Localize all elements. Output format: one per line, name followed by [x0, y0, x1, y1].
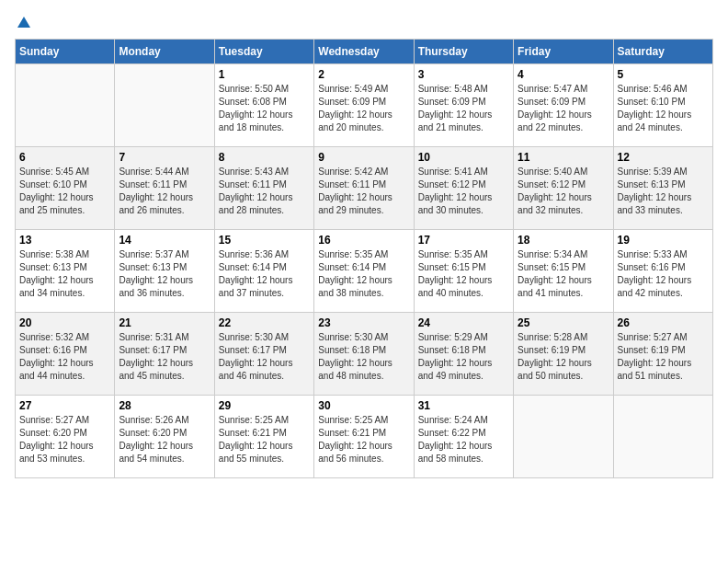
- logo: [15, 15, 33, 28]
- calendar-cell: 12Sunrise: 5:39 AM Sunset: 6:13 PM Dayli…: [613, 147, 712, 230]
- day-number: 20: [19, 316, 110, 329]
- calendar-cell: 13Sunrise: 5:38 AM Sunset: 6:13 PM Dayli…: [16, 230, 115, 313]
- day-info: Sunrise: 5:30 AM Sunset: 6:18 PM Dayligh…: [318, 331, 409, 383]
- day-number: 8: [219, 151, 310, 164]
- calendar-header-row: SundayMondayTuesdayWednesdayThursdayFrid…: [16, 40, 713, 64]
- day-info: Sunrise: 5:50 AM Sunset: 6:08 PM Dayligh…: [219, 83, 310, 134]
- day-info: Sunrise: 5:30 AM Sunset: 6:17 PM Dayligh…: [219, 331, 310, 383]
- day-info: Sunrise: 5:29 AM Sunset: 6:18 PM Dayligh…: [418, 331, 509, 383]
- day-info: Sunrise: 5:32 AM Sunset: 6:16 PM Dayligh…: [19, 331, 110, 383]
- day-info: Sunrise: 5:24 AM Sunset: 6:22 PM Dayligh…: [418, 414, 509, 465]
- calendar-cell: 26Sunrise: 5:27 AM Sunset: 6:19 PM Dayli…: [613, 313, 712, 396]
- day-header-wednesday: Wednesday: [314, 40, 414, 64]
- day-header-sunday: Sunday: [16, 40, 115, 64]
- calendar-cell: [613, 396, 712, 478]
- calendar-cell: [115, 64, 214, 147]
- day-number: 23: [318, 316, 409, 329]
- svg-marker-0: [17, 17, 30, 28]
- calendar-cell: 25Sunrise: 5:28 AM Sunset: 6:19 PM Dayli…: [514, 313, 613, 396]
- calendar-cell: 6Sunrise: 5:45 AM Sunset: 6:10 PM Daylig…: [16, 147, 115, 230]
- day-info: Sunrise: 5:45 AM Sunset: 6:10 PM Dayligh…: [19, 166, 110, 217]
- page-header: [15, 15, 713, 28]
- calendar-table: SundayMondayTuesdayWednesdayThursdayFrid…: [15, 39, 713, 478]
- day-info: Sunrise: 5:40 AM Sunset: 6:12 PM Dayligh…: [518, 166, 609, 217]
- calendar-cell: 23Sunrise: 5:30 AM Sunset: 6:18 PM Dayli…: [314, 313, 414, 396]
- calendar-cell: 19Sunrise: 5:33 AM Sunset: 6:16 PM Dayli…: [613, 230, 712, 313]
- day-info: Sunrise: 5:34 AM Sunset: 6:15 PM Dayligh…: [518, 248, 609, 300]
- day-number: 24: [418, 316, 509, 329]
- calendar-week-row: 1Sunrise: 5:50 AM Sunset: 6:08 PM Daylig…: [16, 64, 713, 147]
- day-number: 13: [19, 234, 110, 247]
- day-info: Sunrise: 5:35 AM Sunset: 6:14 PM Dayligh…: [318, 248, 409, 300]
- calendar-cell: 2Sunrise: 5:49 AM Sunset: 6:09 PM Daylig…: [314, 64, 414, 147]
- day-info: Sunrise: 5:27 AM Sunset: 6:19 PM Dayligh…: [618, 331, 709, 383]
- calendar-cell: 22Sunrise: 5:30 AM Sunset: 6:17 PM Dayli…: [214, 313, 313, 396]
- day-info: Sunrise: 5:31 AM Sunset: 6:17 PM Dayligh…: [119, 331, 210, 383]
- calendar-cell: 11Sunrise: 5:40 AM Sunset: 6:12 PM Dayli…: [514, 147, 613, 230]
- calendar-cell: 28Sunrise: 5:26 AM Sunset: 6:20 PM Dayli…: [115, 396, 214, 478]
- day-number: 9: [318, 151, 409, 164]
- day-info: Sunrise: 5:26 AM Sunset: 6:20 PM Dayligh…: [119, 414, 210, 465]
- day-number: 10: [418, 151, 509, 164]
- day-info: Sunrise: 5:47 AM Sunset: 6:09 PM Dayligh…: [518, 83, 609, 134]
- day-info: Sunrise: 5:25 AM Sunset: 6:21 PM Dayligh…: [318, 414, 409, 465]
- calendar-cell: 27Sunrise: 5:27 AM Sunset: 6:20 PM Dayli…: [16, 396, 115, 478]
- calendar-cell: [514, 396, 613, 478]
- day-info: Sunrise: 5:41 AM Sunset: 6:12 PM Dayligh…: [418, 166, 509, 217]
- day-header-tuesday: Tuesday: [214, 40, 313, 64]
- day-number: 28: [119, 399, 210, 412]
- calendar-cell: 18Sunrise: 5:34 AM Sunset: 6:15 PM Dayli…: [514, 230, 613, 313]
- day-number: 11: [518, 151, 609, 164]
- calendar-week-row: 6Sunrise: 5:45 AM Sunset: 6:10 PM Daylig…: [16, 147, 713, 230]
- day-number: 12: [618, 151, 709, 164]
- day-info: Sunrise: 5:46 AM Sunset: 6:10 PM Dayligh…: [618, 83, 709, 134]
- day-number: 5: [618, 68, 709, 81]
- calendar-cell: 4Sunrise: 5:47 AM Sunset: 6:09 PM Daylig…: [514, 64, 613, 147]
- day-number: 26: [618, 316, 709, 329]
- calendar-cell: 24Sunrise: 5:29 AM Sunset: 6:18 PM Dayli…: [414, 313, 513, 396]
- calendar-cell: 30Sunrise: 5:25 AM Sunset: 6:21 PM Dayli…: [314, 396, 414, 478]
- calendar-cell: 10Sunrise: 5:41 AM Sunset: 6:12 PM Dayli…: [414, 147, 513, 230]
- day-number: 14: [119, 234, 210, 247]
- day-number: 29: [219, 399, 310, 412]
- calendar-cell: 16Sunrise: 5:35 AM Sunset: 6:14 PM Dayli…: [314, 230, 414, 313]
- day-header-friday: Friday: [514, 40, 613, 64]
- day-number: 18: [518, 234, 609, 247]
- day-number: 31: [418, 399, 509, 412]
- day-header-monday: Monday: [115, 40, 214, 64]
- day-number: 4: [518, 68, 609, 81]
- day-header-thursday: Thursday: [414, 40, 513, 64]
- day-number: 21: [119, 316, 210, 329]
- day-info: Sunrise: 5:28 AM Sunset: 6:19 PM Dayligh…: [518, 331, 609, 383]
- day-number: 17: [418, 234, 509, 247]
- calendar-cell: [16, 64, 115, 147]
- calendar-cell: 3Sunrise: 5:48 AM Sunset: 6:09 PM Daylig…: [414, 64, 513, 147]
- calendar-cell: 17Sunrise: 5:35 AM Sunset: 6:15 PM Dayli…: [414, 230, 513, 313]
- calendar-cell: 7Sunrise: 5:44 AM Sunset: 6:11 PM Daylig…: [115, 147, 214, 230]
- calendar-cell: 31Sunrise: 5:24 AM Sunset: 6:22 PM Dayli…: [414, 396, 513, 478]
- calendar-week-row: 27Sunrise: 5:27 AM Sunset: 6:20 PM Dayli…: [16, 396, 713, 478]
- day-info: Sunrise: 5:25 AM Sunset: 6:21 PM Dayligh…: [219, 414, 310, 465]
- day-info: Sunrise: 5:49 AM Sunset: 6:09 PM Dayligh…: [318, 83, 409, 134]
- calendar-cell: 29Sunrise: 5:25 AM Sunset: 6:21 PM Dayli…: [214, 396, 313, 478]
- calendar-cell: 21Sunrise: 5:31 AM Sunset: 6:17 PM Dayli…: [115, 313, 214, 396]
- day-info: Sunrise: 5:42 AM Sunset: 6:11 PM Dayligh…: [318, 166, 409, 217]
- calendar-cell: 1Sunrise: 5:50 AM Sunset: 6:08 PM Daylig…: [214, 64, 313, 147]
- day-info: Sunrise: 5:33 AM Sunset: 6:16 PM Dayligh…: [618, 248, 709, 300]
- day-header-saturday: Saturday: [613, 40, 712, 64]
- day-info: Sunrise: 5:48 AM Sunset: 6:09 PM Dayligh…: [418, 83, 509, 134]
- day-number: 15: [219, 234, 310, 247]
- day-info: Sunrise: 5:36 AM Sunset: 6:14 PM Dayligh…: [219, 248, 310, 300]
- calendar-cell: 5Sunrise: 5:46 AM Sunset: 6:10 PM Daylig…: [613, 64, 712, 147]
- day-info: Sunrise: 5:37 AM Sunset: 6:13 PM Dayligh…: [119, 248, 210, 300]
- calendar-week-row: 13Sunrise: 5:38 AM Sunset: 6:13 PM Dayli…: [16, 230, 713, 313]
- day-number: 6: [19, 151, 110, 164]
- day-number: 27: [19, 399, 110, 412]
- day-info: Sunrise: 5:44 AM Sunset: 6:11 PM Dayligh…: [119, 166, 210, 217]
- day-info: Sunrise: 5:39 AM Sunset: 6:13 PM Dayligh…: [618, 166, 709, 217]
- day-info: Sunrise: 5:27 AM Sunset: 6:20 PM Dayligh…: [19, 414, 110, 465]
- calendar-cell: 8Sunrise: 5:43 AM Sunset: 6:11 PM Daylig…: [214, 147, 313, 230]
- day-number: 1: [219, 68, 310, 81]
- calendar-cell: 20Sunrise: 5:32 AM Sunset: 6:16 PM Dayli…: [16, 313, 115, 396]
- calendar-cell: 9Sunrise: 5:42 AM Sunset: 6:11 PM Daylig…: [314, 147, 414, 230]
